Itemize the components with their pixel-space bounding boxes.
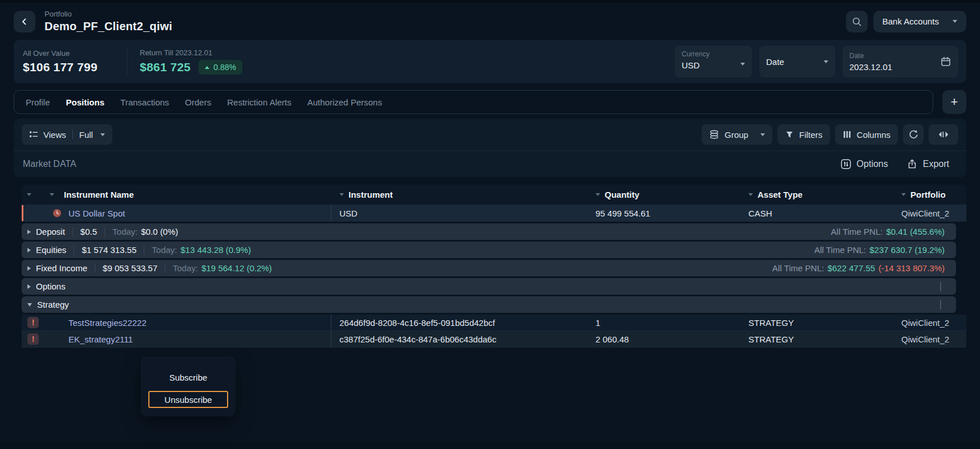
options-label: Options xyxy=(857,159,888,169)
column-header-portfolio[interactable]: Portfolio xyxy=(893,185,966,205)
today-value: $13 443.28 (0.9%) xyxy=(181,245,251,255)
export-button[interactable]: Export xyxy=(906,158,949,170)
group-value: $0.5 xyxy=(80,227,97,236)
tab-profile[interactable]: Profile xyxy=(26,97,50,107)
columns-button[interactable]: Columns xyxy=(835,124,898,145)
return-change: 0.88% xyxy=(213,63,236,72)
calendar-icon xyxy=(940,56,951,67)
tune-icon xyxy=(840,158,852,170)
alert-icon: ! xyxy=(27,317,39,328)
date-field[interactable]: Date 2023.12.01 xyxy=(843,46,958,77)
chevron-down-icon xyxy=(824,60,828,63)
filter-caret-icon[interactable] xyxy=(50,193,54,196)
columns-icon xyxy=(843,130,852,139)
quantity-cell: 1 xyxy=(588,318,740,328)
instrument-name-link[interactable]: TestStrategies22222 xyxy=(68,318,147,328)
tab-orders[interactable]: Orders xyxy=(185,97,211,107)
tab-positions[interactable]: Positions xyxy=(66,97,105,107)
pnl-value: $622 477.55 xyxy=(828,263,875,273)
all-over-value-block: All Over Value $106 177 799 xyxy=(23,49,124,74)
back-button[interactable] xyxy=(14,11,35,32)
column-header-instrument-name[interactable]: Instrument Name xyxy=(22,185,331,205)
context-menu: SubscribeUnsubscribe xyxy=(141,357,235,416)
views-dropdown[interactable]: Views Full xyxy=(22,124,112,145)
group-row-deposit[interactable]: Deposit$0.5Today:$0.0 (0%)All Time PNL:$… xyxy=(22,223,956,240)
table-row-us-dollar-spot[interactable]: US Dollar SpotUSD95 499 554.61CASHQiwiCl… xyxy=(22,205,966,222)
all-time-pnl: All Time PNL:$0.41 (455.6%) xyxy=(831,227,945,236)
instrument-cell: c387f25d-6f0e-434c-847a-6b06c43dda6c xyxy=(331,334,588,344)
table-row-teststrategies22222[interactable]: !TestStrategies22222264d6f9d-8208-4c16-8… xyxy=(22,315,966,331)
page-title: Demo_PF_Client2_qiwi xyxy=(44,20,172,33)
filter-caret-icon[interactable] xyxy=(901,193,906,196)
divider xyxy=(72,130,73,139)
filter-caret-icon[interactable] xyxy=(339,193,344,196)
filter-icon xyxy=(785,130,794,139)
tab-restriction-alerts[interactable]: Restriction Alerts xyxy=(227,97,291,107)
group-value: $9 053 533.57 xyxy=(103,263,157,273)
quantity-cell: 2 060.48 xyxy=(588,334,740,344)
group-row-fixed-income[interactable]: Fixed Income$9 053 533.57Today:$19 564.1… xyxy=(22,260,956,276)
columns-label: Columns xyxy=(857,130,890,140)
group-dropdown[interactable]: Group xyxy=(702,124,772,145)
asset-type-cell: STRATEGY xyxy=(740,318,893,328)
today-value: $19 564.12 (0.2%) xyxy=(201,263,272,273)
column-header-asset-type[interactable]: Asset Type xyxy=(740,185,893,205)
group-row-options[interactable]: Options xyxy=(22,278,956,295)
instrument-name-cell: !TestStrategies22222 xyxy=(22,315,331,330)
date-mode-dropdown[interactable]: Date xyxy=(759,46,835,77)
today-label: Today: xyxy=(152,245,177,255)
refresh-icon xyxy=(908,129,918,140)
all-time-pnl: All Time PNL:$237 630.7 (19.2%) xyxy=(814,245,945,255)
filters-label: Filters xyxy=(799,130,823,140)
collapse-icon[interactable] xyxy=(27,303,32,307)
table-row-ek-strategy2111[interactable]: !EK_strategy2111c387f25d-6f0e-434c-847a-… xyxy=(22,331,966,348)
window-bottom-edge xyxy=(0,442,980,449)
refresh-button[interactable] xyxy=(903,124,924,145)
tab-transactions[interactable]: Transactions xyxy=(120,97,169,107)
chevron-down-icon xyxy=(760,133,765,136)
filters-button[interactable]: Filters xyxy=(777,124,830,145)
chevron-down-icon xyxy=(953,20,957,23)
tabs: ProfilePositionsTransactionsOrdersRestri… xyxy=(14,90,933,114)
export-label: Export xyxy=(923,159,949,169)
currency-dropdown[interactable]: Currency USD xyxy=(675,46,752,77)
group-row-equities[interactable]: Equities$1 574 313.55Today:$13 443.28 (0… xyxy=(22,242,956,258)
filter-caret-icon[interactable] xyxy=(748,193,753,196)
chevron-left-icon xyxy=(20,17,29,26)
pnl-value: $237 630.7 (19.2%) xyxy=(869,245,945,255)
filter-caret-icon[interactable] xyxy=(596,193,600,196)
return-value: $861 725 xyxy=(140,60,191,74)
instrument-name-cell: !EK_strategy2111 xyxy=(22,331,331,347)
column-header-instrument[interactable]: Instrument xyxy=(331,185,588,205)
column-header-quantity[interactable]: Quantity xyxy=(588,185,740,205)
plus-icon: + xyxy=(951,95,958,109)
bank-accounts-label: Bank Accounts xyxy=(882,17,939,26)
filter-caret-icon[interactable] xyxy=(27,193,31,196)
menu-item-unsubscribe[interactable]: Unsubscribe xyxy=(148,391,228,408)
pnl-label: All Time PNL: xyxy=(772,263,824,273)
tab-authorized-persons[interactable]: Authorized Persons xyxy=(307,97,382,107)
all-over-value: $106 177 799 xyxy=(23,60,124,74)
divider xyxy=(104,227,105,236)
group-row-strategy[interactable]: Strategy xyxy=(22,296,956,313)
search-icon xyxy=(852,17,862,27)
add-tab-button[interactable]: + xyxy=(942,90,966,114)
instrument-name-link[interactable]: EK_strategy2111 xyxy=(68,334,133,344)
instrument-cell: USD xyxy=(331,209,588,218)
expand-icon[interactable] xyxy=(27,266,31,271)
column-label: Instrument xyxy=(349,190,393,199)
divider xyxy=(165,264,165,273)
pnl-percent-negative: (-14 313 807.3%) xyxy=(878,263,945,273)
group-label: Fixed Income xyxy=(36,263,87,273)
menu-item-subscribe[interactable]: Subscribe xyxy=(148,369,228,386)
expand-icon[interactable] xyxy=(27,284,31,289)
expand-icon[interactable] xyxy=(27,230,31,234)
instrument-name-link[interactable]: US Dollar Spot xyxy=(68,209,125,218)
collapse-expand-button[interactable] xyxy=(929,124,958,145)
options-button[interactable]: Options xyxy=(840,158,888,170)
asset-type-cell: STRATEGY xyxy=(740,334,893,344)
expand-icon[interactable] xyxy=(27,248,31,252)
divider xyxy=(74,246,74,255)
bank-accounts-dropdown[interactable]: Bank Accounts xyxy=(873,11,966,32)
search-button[interactable] xyxy=(846,11,868,32)
